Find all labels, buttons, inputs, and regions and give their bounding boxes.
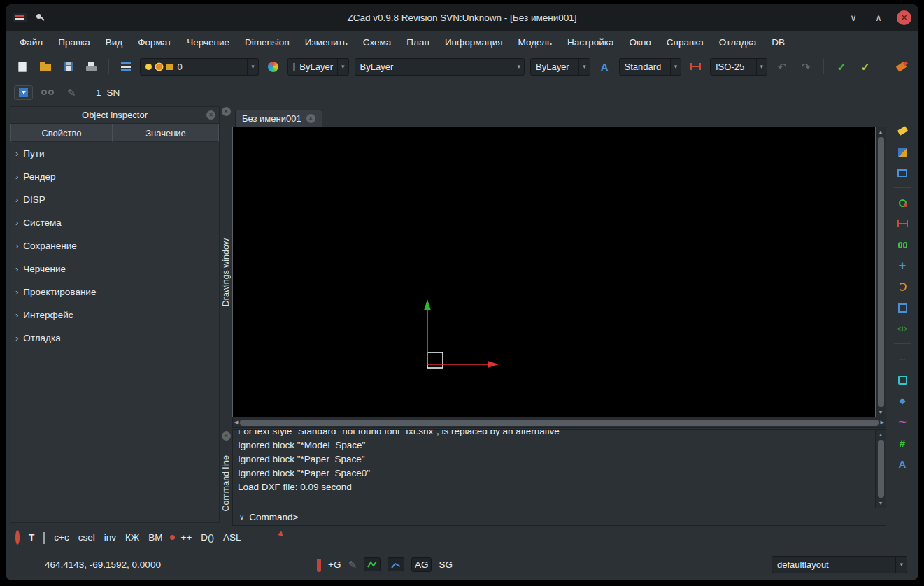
layout-combo[interactable]: defaultlayout ▾ [772, 556, 907, 573]
menu-help[interactable]: Справка [660, 34, 711, 50]
t-tool-button[interactable]: Т [29, 532, 34, 543]
save-button[interactable] [59, 57, 77, 76]
dimstyle-combo[interactable]: ISO-25 ▾ [710, 58, 767, 76]
menu-debug[interactable]: Отладка [712, 34, 763, 50]
drawing-canvas[interactable] [232, 127, 876, 417]
lineweight-combo[interactable]: ByLayer ▾ [530, 58, 590, 76]
horizontal-scroll-thumb[interactable] [240, 420, 878, 426]
textstyle-combo[interactable]: Standard ▾ [619, 58, 682, 76]
cc-button[interactable]: c+c [54, 532, 69, 543]
chain-tool-button[interactable] [894, 236, 911, 253]
close-button[interactable]: ✕ [897, 10, 911, 25]
scroll-up-icon[interactable]: ▲ [879, 430, 883, 439]
column-header-property[interactable]: Свойство [10, 124, 113, 142]
display-tool-button[interactable] [894, 164, 911, 181]
tree-item-system[interactable]: ›Система [10, 211, 219, 234]
scroll-right-icon[interactable]: ▶ [881, 417, 884, 427]
tree-item-debug[interactable]: ›Отладка [10, 327, 219, 350]
tile-windows-button[interactable] [269, 532, 275, 543]
canvas-horizontal-scrollbar[interactable]: ◀ ▶ [232, 417, 886, 428]
csel-button[interactable]: csel [78, 532, 95, 543]
expand-icon[interactable]: › [15, 333, 18, 343]
drawing-tab[interactable]: Без имени001 ✕ [235, 110, 322, 127]
layer-combo[interactable]: 0 ▾ [140, 58, 258, 76]
ortho-mode-button[interactable] [388, 557, 404, 571]
titlebar[interactable]: ZCad v0.9.8 Revision SVN:Unknown - [Без … [6, 4, 918, 31]
grid-tool-button[interactable]: # [894, 434, 911, 451]
draft-pencil-icon[interactable]: ✎ [348, 559, 357, 570]
menu-dimension[interactable]: Dimension [238, 34, 297, 50]
menu-modify[interactable]: Изменить [298, 34, 355, 50]
edit-tool-button[interactable]: ✎ [62, 83, 80, 101]
new-file-button[interactable] [14, 57, 31, 76]
circle-tool-button[interactable] [894, 194, 911, 211]
move-tool-button[interactable]: + [894, 257, 911, 274]
expand-icon[interactable]: › [15, 171, 18, 182]
tree-item-design[interactable]: ›Проектирование [10, 280, 219, 303]
canvas-vertical-scrollbar[interactable]: ▲ ▼ [876, 127, 886, 417]
expand-icon[interactable]: › [15, 310, 18, 320]
import-button[interactable] [14, 85, 33, 100]
find-button[interactable] [38, 83, 57, 101]
diamond-tool-button[interactable]: ◆ [894, 392, 911, 409]
menu-settings[interactable]: Настройка [560, 34, 620, 50]
tree-item-render[interactable]: ›Рендер [10, 165, 219, 188]
inv-button[interactable]: inv [104, 532, 116, 543]
menu-plan[interactable]: План [399, 34, 436, 50]
menu-model[interactable]: Модель [511, 34, 559, 50]
command-scroll-thumb[interactable] [878, 440, 884, 498]
text-style-button[interactable]: A [596, 57, 613, 76]
tree-item-interface[interactable]: ›Интерфейс [10, 303, 219, 327]
menu-format[interactable]: Формат [131, 34, 178, 50]
command-prompt[interactable]: ∨ Command> [233, 508, 886, 525]
style-tool-button[interactable] [894, 122, 911, 139]
ag-toggle-button[interactable]: AG [411, 557, 432, 572]
tab-close-icon[interactable]: ✕ [306, 114, 315, 123]
linetype-combo[interactable]: ByLayer ▾ [355, 58, 525, 76]
expand-icon[interactable]: › [15, 287, 18, 297]
redo-button[interactable]: ↷ [797, 57, 815, 76]
tree-item-drafting[interactable]: ›Черчение [10, 257, 219, 280]
sg-toggle-button[interactable]: SG [439, 559, 453, 570]
dim-style-button[interactable] [687, 57, 704, 76]
osnap-toggle-button[interactable] [317, 559, 321, 570]
print-button[interactable] [83, 57, 100, 76]
minimize-button[interactable]: ∨ [846, 13, 860, 23]
confirm-button[interactable]: ✓ [832, 57, 851, 76]
undo-button[interactable]: ↶ [773, 57, 791, 76]
maximize-button[interactable]: ∧ [872, 13, 886, 23]
scroll-left-icon[interactable]: ◀ [234, 417, 238, 427]
scroll-up-icon[interactable]: ▲ [879, 127, 883, 136]
vertical-scroll-thumb[interactable] [878, 137, 884, 407]
plusplus-button[interactable]: ++ [181, 532, 192, 543]
expand-icon[interactable]: › [15, 217, 18, 228]
pin-icon[interactable] [35, 13, 45, 22]
polyline-tool-button[interactable] [894, 371, 911, 388]
expand-icon[interactable]: › [15, 148, 18, 159]
column-header-value[interactable]: Значение [113, 124, 219, 142]
scroll-down-icon[interactable]: ▼ [879, 408, 883, 417]
select-circle-button[interactable] [15, 532, 20, 543]
dash-tool-button[interactable]: ┄ [894, 350, 911, 367]
open-file-button[interactable] [37, 57, 55, 76]
brush-tool-button[interactable] [892, 57, 910, 76]
color-picker-button[interactable] [264, 57, 282, 76]
plus-g-toggle[interactable]: +G [328, 559, 341, 570]
mirror-tool-button[interactable]: ◁▷ [894, 320, 911, 337]
scroll-down-icon[interactable]: ▼ [879, 499, 883, 508]
spline-tool-button[interactable]: ~ [894, 413, 911, 430]
polyline-mode-button[interactable] [364, 557, 381, 571]
text-tool-button[interactable]: A [894, 455, 911, 472]
layers-button[interactable] [118, 57, 135, 76]
dimension-tool-button[interactable] [894, 215, 911, 232]
rotate-tool-button[interactable] [894, 278, 911, 295]
kzh-button[interactable]: КЖ [125, 532, 139, 543]
menu-draw[interactable]: Черчение [180, 34, 236, 50]
menu-edit[interactable]: Правка [51, 34, 97, 50]
menu-file[interactable]: Файл [13, 34, 50, 50]
rect-select-tool-button[interactable] [894, 299, 911, 316]
apply-button[interactable]: ✓ [856, 57, 874, 76]
vm-button[interactable]: ВМ [148, 532, 162, 543]
tree-item-saving[interactable]: ›Сохранение [10, 234, 219, 257]
expand-icon[interactable]: › [15, 194, 18, 205]
